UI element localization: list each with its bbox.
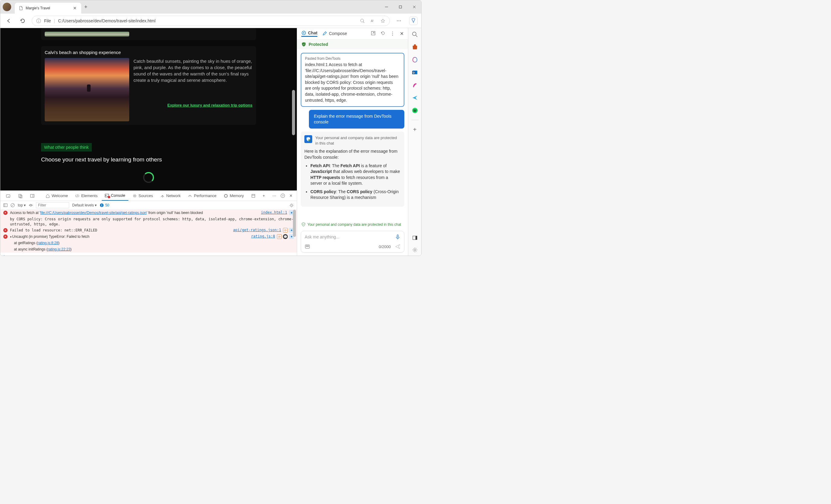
source-link[interactable]: rating.js:22:23 [48,247,70,251]
svg-rect-8 [6,195,10,197]
zoom-icon[interactable] [360,19,365,23]
console-error-row[interactable]: ✕ ▸Uncaught (in promise) TypeError: Fail… [0,234,297,240]
edge-sidebar: + [408,28,421,256]
outlook-icon[interactable] [411,69,418,76]
profile-avatar[interactable] [3,3,11,11]
scrollbar[interactable] [291,28,296,190]
issue-count[interactable]: 50 [99,203,109,207]
tab-elements[interactable]: Elements [72,191,101,201]
chat-messages[interactable]: Pasted from DevTools index.html:1 Access… [297,49,408,220]
svg-line-6 [363,22,364,23]
svg-point-15 [162,197,163,197]
copilot-button[interactable] [409,17,418,25]
filter-input[interactable] [36,202,69,208]
scroll-thumb[interactable] [293,210,296,237]
console-error-row[interactable]: ✕ Failed to load resource: net::ERR_FAIL… [0,227,297,234]
console-error-row[interactable]: by CORS policy: Cross origin requests ar… [0,216,297,228]
more-button[interactable]: ⋯ [394,16,404,26]
refresh-icon[interactable] [380,31,385,36]
svg-point-14 [134,195,135,196]
shopping-icon[interactable] [411,44,418,51]
svg-line-24 [11,204,14,206]
more-icon[interactable]: ⋮ [390,31,395,36]
tab-console[interactable]: Console [102,191,128,201]
svg-point-46 [414,249,416,251]
mic-icon[interactable] [395,234,400,240]
send-icon[interactable] [411,94,418,101]
source-link[interactable]: index.html:1 [261,210,287,215]
svg-rect-27 [102,204,102,206]
chat-input[interactable]: Ask me anything... 0/2000 [301,231,404,253]
toggle-pane-icon[interactable] [411,235,418,241]
section-badge: What other people think [41,143,92,151]
gear-icon[interactable] [289,203,294,208]
main-content: Calvi's beach an shopping experience Cat… [0,28,421,256]
warn-badge-icon[interactable]: ⟳ [283,228,288,233]
warn-badge-icon[interactable]: ⟳ [277,234,282,239]
scrollbar[interactable] [293,210,296,256]
add-tab-button[interactable]: + [260,191,268,201]
input-placeholder[interactable]: Ask me anything... [305,235,339,239]
image-icon[interactable] [305,244,310,249]
send-icon[interactable] [395,244,400,249]
svg-rect-34 [397,235,398,237]
help-icon[interactable]: ? [281,194,285,198]
refresh-button[interactable] [18,16,27,26]
assistant-message: Your personal and company data are prote… [301,131,404,207]
tab-chat[interactable]: Chat [302,30,317,37]
add-icon[interactable]: + [411,126,418,133]
info-icon[interactable] [36,19,41,23]
inspect-button[interactable] [3,191,13,201]
tab-memory[interactable]: Memory [221,191,247,201]
open-tab-icon[interactable] [371,31,376,36]
close-window-button[interactable] [407,0,421,13]
tab-performance[interactable]: Performance [185,191,219,201]
search-icon[interactable] [411,31,418,38]
dock-button[interactable] [27,191,38,201]
browser-tab[interactable]: Margie's Travel ✕ [15,3,81,13]
source-link[interactable]: rating.js:8 [251,234,275,239]
console-error-row[interactable]: ✕ Access to fetch at 'file:///C:/Users/p… [0,210,297,216]
sidebar-toggle-icon[interactable] [3,203,7,207]
live-expr-icon[interactable] [29,203,33,207]
gear-icon[interactable] [411,246,418,253]
browser-toolbar: File | C:/Users/pabrosse/dev/Demos/trave… [0,13,421,28]
favorite-icon[interactable] [380,19,385,23]
new-tab-button[interactable]: + [84,4,88,10]
levels-select[interactable]: Default levels ▾ [72,203,97,207]
tab-compose[interactable]: Compose [322,31,347,36]
read-aloud-icon[interactable]: A⁾ [370,19,375,23]
explore-link[interactable]: Explore our luxury and relaxation trip o… [134,103,253,108]
context-select[interactable]: top ▾ [18,203,26,207]
tab-welcome[interactable]: Welcome [42,191,71,201]
devtools-tabbar: Welcome Elements Console Sources Network… [0,191,297,201]
svg-point-38 [412,32,416,36]
designer-icon[interactable] [411,82,418,88]
webpage-viewport[interactable]: Calvi's beach an shopping experience Cat… [0,28,297,190]
console-prompt[interactable]: › [0,253,297,256]
tab-network[interactable]: Network [157,191,184,201]
pasted-header: Pasted from DevTools [305,56,400,61]
spotify-icon[interactable] [411,107,418,114]
close-icon[interactable]: ✕ [72,5,78,11]
clear-icon[interactable] [10,203,15,207]
m365-icon[interactable] [411,56,418,63]
device-button[interactable] [15,191,26,201]
source-link[interactable]: rating.js:8:28 [37,241,58,245]
tab-app[interactable] [248,191,258,201]
close-icon[interactable]: ✕ [289,194,293,198]
console-messages[interactable]: ✕ Access to fetch at 'file:///C:/Users/p… [0,210,297,256]
url-link[interactable]: file:///C:/Users/pabrosse/dev/Demos/trav… [40,211,146,215]
more-icon[interactable]: ⋯ [273,194,276,198]
pasted-body: index.html:1 Access to fetch at 'file://… [305,62,400,103]
source-link[interactable]: api/get-ratings.json:1 [233,228,281,233]
tab-sources[interactable]: Sources [130,191,156,201]
back-button[interactable] [4,16,13,26]
devtools-panel: Welcome Elements Console Sources Network… [0,190,297,256]
scroll-thumb[interactable] [292,90,295,135]
close-icon[interactable]: ✕ [400,31,404,36]
chat-badge-icon[interactable]: 💬 [283,234,288,239]
minimize-button[interactable] [379,0,394,13]
maximize-button[interactable] [394,0,407,13]
address-bar[interactable]: File | C:/Users/pabrosse/dev/Demos/trave… [32,16,390,26]
